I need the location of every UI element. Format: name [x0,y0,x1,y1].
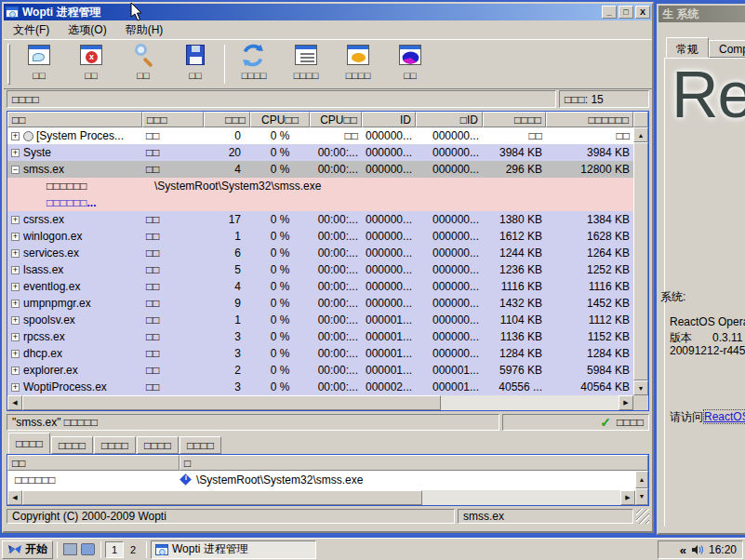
process-row[interactable]: −smss.ex□□40 %00:00:...000000...000000..… [7,161,633,178]
expand-toggle[interactable]: + [11,249,20,258]
vertical-scroll-thumb[interactable] [633,142,648,380]
panel-scroll-thumb[interactable] [22,490,422,505]
minimize-button[interactable]: _ [602,6,617,19]
column-header-vmem[interactable]: □□□□□□ [546,112,633,127]
column-header-name[interactable]: □□ [7,112,142,127]
process-row[interactable]: +dhcp.ex□□30 %00:00:...000001...000000..… [7,345,633,362]
toolbar-button-search[interactable]: □□ [117,41,169,87]
panel-scroll-left-button[interactable]: ◀ [7,490,22,505]
process-row[interactable]: +lsass.ex□□50 %00:00:...000000...000000.… [7,261,633,278]
process-row[interactable]: +[System Proces...□□00 %□□000000...00000… [7,127,633,144]
scroll-down-button[interactable]: ▼ [633,380,648,395]
scroll-left-button[interactable]: ◀ [7,395,22,410]
menu-item-2[interactable]: 选项(O) [68,22,106,38]
cell-id: 000000... [362,278,416,295]
expand-toggle[interactable]: + [11,367,20,375]
expand-toggle[interactable]: + [11,149,20,157]
expand-toggle[interactable]: + [11,266,20,274]
panel-horizontal-scrollbar[interactable]: ◀ ▶ [7,490,635,505]
cell-vmem: 1264 KB [546,245,633,261]
scroll-right-button[interactable]: ▶ [619,395,633,410]
expand-toggle[interactable]: + [11,132,20,140]
toolbar-button-pie[interactable]: □□ [384,41,436,87]
process-row[interactable]: +eventlog.ex□□40 %00:00:...000000...0000… [7,278,633,295]
expand-toggle[interactable]: + [11,383,20,392]
reactos-link[interactable]: ReactOS [703,409,745,424]
column-header-mem[interactable]: □□□□ [483,112,546,127]
process-row[interactable]: +explorer.ex□□20 %00:00:...000001...0000… [7,362,633,379]
toolbar-button-refresh[interactable]: □□□□ [228,41,280,87]
expand-toggle[interactable]: + [11,233,20,241]
expand-toggle[interactable]: + [11,316,20,325]
expand-toggle[interactable]: + [11,216,20,224]
tab-general[interactable]: 常规 [666,37,709,58]
start-button[interactable]: 开始 [2,540,53,559]
desktop-pager-2[interactable]: 2 [124,541,142,558]
horizontal-scroll-thumb[interactable] [22,395,441,410]
copyright-text: Copyright (C) 2000-2009 Wopti [7,509,455,524]
resize-grip[interactable] [636,509,649,524]
spinner-up-button[interactable]: ▲ [635,471,648,488]
expand-toggle[interactable]: + [11,350,20,358]
detail-tab-5[interactable]: □□□□ [180,436,221,454]
menu-item-1[interactable]: 文件(F) [13,22,49,38]
toolbar-button-chat[interactable]: □□ [13,41,65,87]
column-header-cpu[interactable]: CPU□□ [250,112,310,127]
process-row[interactable]: +umpnpmgr.ex□□90 %00:00:...000000...0000… [7,295,633,312]
task-button-wopti[interactable]: Wopti 进程管理 [151,540,316,559]
cell-vmem: 1112 KB [546,312,633,328]
expand-toggle[interactable]: + [11,333,20,341]
process-row[interactable]: +winlogon.ex□□10 %00:00:...000000...0000… [7,228,633,245]
detail-tab-2[interactable]: □□□□ [51,436,93,454]
maximize-button[interactable]: □ [619,6,633,19]
system-properties-window[interactable]: 生 系统 常规 Comput Re 系统: ReactOS Operatin 版… [657,4,745,535]
close-button[interactable]: X [635,6,650,19]
expand-toggle[interactable]: + [11,300,20,308]
process-row[interactable]: +csrss.ex□□170 %00:00:...000000...000000… [7,211,633,228]
column-header-threads[interactable]: □□□ [204,112,250,127]
vertical-scrollbar[interactable]: ▲ ▼ [633,127,648,395]
cell-threads: 4 [204,278,250,295]
tray-collapse-icon[interactable]: « [680,543,686,557]
panel-column-property[interactable]: □□ [7,455,180,471]
toolbar-button-ellipse[interactable]: □□□□ [332,41,384,87]
process-row[interactable]: +services.ex□□60 %00:00:...000000...0000… [7,245,633,261]
column-header-status[interactable]: □□□ [142,112,204,127]
process-row[interactable]: +Syste□□200 %00:00:...000000...000000...… [7,144,633,161]
process-row[interactable]: +spoolsv.ex□□10 %00:00:...000001...00000… [7,312,633,328]
toolbar-button-save[interactable]: □□ [169,41,221,87]
expand-toggle[interactable]: + [11,283,20,291]
panel-scroll-right-button[interactable]: ▶ [620,490,635,505]
cell-pid: 000000... [416,144,483,161]
scroll-up-button[interactable]: ▲ [633,127,648,142]
column-header-pid[interactable]: □ID [416,112,483,127]
title-bar[interactable]: Wopti 进程管理 _ □ X [4,4,652,20]
horizontal-scroll-track[interactable] [441,395,619,410]
quick-launch-desktop-icon[interactable] [63,543,77,555]
cell-threads: 4 [204,161,250,178]
detail-tab-1[interactable]: □□□□ [8,433,50,454]
toolbar-button-list[interactable]: □□□□ [280,41,332,87]
spinner-down-button[interactable]: ▼ [635,488,648,506]
quick-launch-folder-icon[interactable] [81,543,95,555]
tab-computer-name[interactable]: Comput [709,40,745,58]
process-row[interactable]: +rpcss.ex□□30 %00:00:...000001...000000.… [7,328,633,345]
detail-tab-4[interactable]: □□□□ [137,436,179,454]
horizontal-scrollbar[interactable]: ◀ ▶ [7,395,648,410]
desktop-pager-1[interactable]: 1 [105,541,124,558]
cell-time: 00:00:... [310,144,362,161]
wopti-window[interactable]: Wopti 进程管理 _ □ X 文件(F)选项(O)帮助(H) □□x□□□□… [2,2,654,533]
toolbar-grip[interactable] [7,44,10,85]
process-row[interactable]: +WoptiProcess.ex□□30 %00:00:...000002...… [7,379,633,395]
panel-column-value[interactable]: □ [180,455,648,471]
detail-tab-3[interactable]: □□□□ [94,436,136,454]
panel-row[interactable]: □□□□□□ \SystemRoot\System32\smss.exe [7,471,648,488]
expand-toggle[interactable]: − [11,166,20,174]
toolbar-button-terminate[interactable]: x□□ [65,41,117,87]
more-info-link[interactable]: □□□□□□... [7,194,97,211]
column-header-id[interactable]: ID [362,112,416,127]
panel-scroll-track[interactable] [422,490,620,505]
volume-icon[interactable] [691,544,704,555]
menu-item-3[interactable]: 帮助(H) [126,22,164,38]
column-header-time[interactable]: CPU□□ [310,112,362,127]
